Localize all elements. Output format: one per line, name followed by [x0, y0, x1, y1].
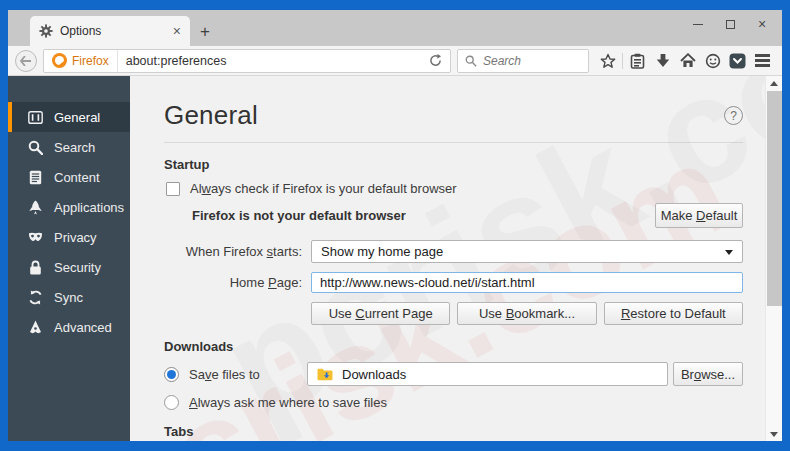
chevron-down-icon — [725, 250, 733, 255]
sidebar-item-label: General — [54, 110, 100, 125]
bookmark-star-button[interactable] — [595, 49, 620, 73]
minimize-button[interactable] — [682, 13, 714, 35]
reload-button[interactable] — [421, 54, 450, 67]
sidebar-item-general[interactable]: General — [8, 102, 130, 132]
sidebar-item-label: Security — [54, 260, 101, 275]
identity-box[interactable]: Firefox — [44, 50, 118, 72]
tab-title: Options — [60, 24, 166, 38]
smiley-icon — [705, 53, 721, 69]
search-icon — [465, 55, 477, 67]
padlock-icon — [28, 260, 43, 275]
downloads-folder-icon — [317, 368, 333, 381]
browse-button[interactable]: Browse... — [673, 362, 743, 386]
sidebar-item-label: Advanced — [54, 320, 112, 335]
when-starts-select[interactable]: Show my home page — [311, 240, 743, 263]
toolbar-icons — [595, 49, 775, 73]
mask-icon — [28, 232, 43, 242]
url-bar[interactable]: Firefox about:preferences — [43, 49, 451, 73]
home-icon — [680, 53, 696, 68]
minimize-icon — [693, 24, 703, 25]
back-button[interactable] — [15, 50, 37, 72]
sidebar-item-privacy[interactable]: Privacy — [8, 222, 130, 252]
gear-icon — [39, 24, 53, 38]
reload-icon — [429, 54, 442, 67]
startup-section-title: Startup — [164, 157, 743, 172]
sidebar-item-label: Content — [54, 170, 100, 185]
tab-close-icon[interactable]: × — [173, 24, 181, 38]
document-icon — [28, 170, 43, 185]
hello-button[interactable] — [700, 49, 725, 73]
rocket-icon — [28, 200, 43, 215]
wizard-hat-icon — [28, 320, 43, 335]
preferences-main-pane: pcrisk.com pcrisk.com General ? Startup … — [130, 76, 765, 441]
make-default-button[interactable]: Make Default — [655, 203, 743, 228]
bookmarks-menu-button[interactable] — [625, 49, 650, 73]
home-page-input[interactable] — [311, 272, 743, 293]
close-button[interactable]: × — [746, 13, 778, 35]
use-bookmark-button[interactable]: Use Bookmark... — [457, 302, 596, 325]
sidebar-item-sync[interactable]: Sync — [8, 282, 130, 312]
download-folder-field[interactable]: Downloads — [307, 362, 668, 386]
sidebar-item-label: Privacy — [54, 230, 97, 245]
pocket-icon — [729, 53, 746, 69]
downloads-section-title: Downloads — [164, 339, 743, 354]
clipboard-icon — [630, 53, 645, 69]
always-ask-radio[interactable] — [164, 395, 179, 410]
search-box[interactable] — [457, 49, 589, 73]
arrow-up-icon — [770, 81, 778, 86]
magnifier-icon — [28, 140, 43, 155]
preferences-sidebar: General Search — [8, 76, 130, 441]
scroll-up-button[interactable] — [766, 76, 782, 90]
sync-arrows-icon — [28, 290, 43, 305]
sidebar-item-advanced[interactable]: Advanced — [8, 312, 130, 342]
help-button[interactable]: ? — [724, 106, 743, 125]
new-tab-button[interactable]: + — [190, 18, 220, 46]
star-icon — [600, 53, 616, 69]
identity-label: Firefox — [72, 54, 109, 68]
heading-divider — [164, 142, 743, 143]
hamburger-icon — [755, 54, 770, 67]
sidebar-item-applications[interactable]: Applications — [8, 192, 130, 222]
download-arrow-icon — [656, 53, 670, 68]
toolbar-separator — [622, 53, 623, 69]
arrow-down-icon — [770, 432, 778, 437]
back-arrow-icon — [20, 56, 32, 66]
tab-options[interactable]: Options × — [30, 16, 190, 46]
vertical-scrollbar[interactable] — [765, 76, 782, 441]
window-controls: × — [682, 13, 778, 35]
home-button[interactable] — [675, 49, 700, 73]
save-files-to-radio[interactable] — [164, 367, 179, 382]
save-files-to-label: Save files to — [189, 367, 260, 382]
sidebar-item-search[interactable]: Search — [8, 132, 130, 162]
sidebar-item-label: Applications — [54, 200, 124, 215]
page-title: General — [164, 100, 258, 131]
download-folder-name: Downloads — [342, 367, 406, 382]
close-icon: × — [758, 17, 766, 31]
always-ask-label: Always ask me where to save files — [189, 395, 387, 410]
tab-strip: Options × + × — [8, 10, 782, 46]
home-page-label: Home Page: — [164, 275, 302, 290]
tabs-section-title: Tabs — [164, 424, 743, 439]
always-check-default-label: Always check if Firefox is your default … — [190, 181, 457, 196]
scroll-down-button[interactable] — [766, 427, 782, 441]
menu-button[interactable] — [750, 49, 775, 73]
use-current-page-button[interactable]: Use Current Page — [311, 302, 450, 325]
always-check-default-checkbox[interactable] — [166, 182, 180, 196]
nav-toolbar: Firefox about:preferences — [8, 46, 782, 76]
sidebar-item-label: Sync — [54, 290, 83, 305]
pocket-button[interactable] — [725, 49, 750, 73]
search-input[interactable] — [483, 54, 573, 68]
when-starts-label: When Firefox starts: — [164, 244, 302, 259]
scrollbar-thumb[interactable] — [767, 91, 782, 306]
general-icon — [28, 111, 43, 124]
sidebar-item-label: Search — [54, 140, 95, 155]
sidebar-item-security[interactable]: Security — [8, 252, 130, 282]
sidebar-item-content[interactable]: Content — [8, 162, 130, 192]
maximize-button[interactable] — [714, 13, 746, 35]
url-text[interactable]: about:preferences — [118, 54, 421, 68]
downloads-button[interactable] — [650, 49, 675, 73]
default-browser-status: Firefox is not your default browser — [192, 208, 406, 223]
when-starts-selected-value: Show my home page — [321, 244, 443, 259]
firefox-logo-icon — [52, 53, 67, 68]
restore-to-default-button[interactable]: Restore to Default — [604, 302, 743, 325]
